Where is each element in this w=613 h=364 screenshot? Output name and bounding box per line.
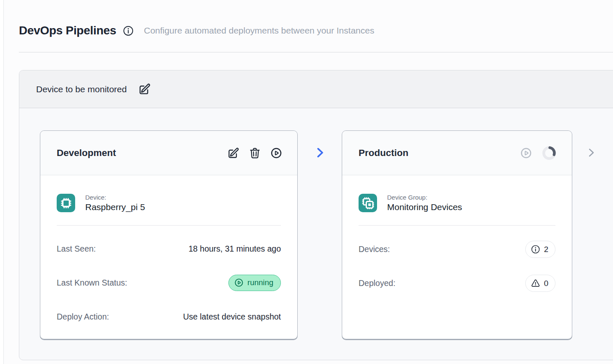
chip-group-icon — [359, 194, 377, 212]
deployed-count: 0 — [544, 279, 548, 288]
pipeline-panel: Device to be monitored Development — [19, 70, 613, 360]
deployed-label: Deployed: — [359, 278, 396, 288]
chip-icon — [57, 194, 75, 212]
chevron-right-icon-active — [314, 146, 326, 159]
next-stage-connector — [572, 130, 610, 175]
pipeline-name: Device to be monitored — [36, 84, 127, 94]
status-badge: running — [228, 275, 281, 291]
stage-title: Production — [359, 148, 409, 159]
last-seen-row: Last Seen: 18 hours, 31 minutes ago — [57, 244, 281, 254]
page-header: DevOps Pipelines Configure automated dep… — [19, 24, 613, 37]
devices-row: Devices: 2 — [359, 241, 555, 258]
loading-spinner-icon — [542, 146, 557, 161]
device-info: Device: Raspberry_pi 5 — [85, 194, 145, 212]
page-subtitle: Configure automated deployments between … — [144, 26, 375, 36]
page-title: DevOps Pipelines — [19, 24, 116, 37]
pipeline-stages: Development — [19, 108, 613, 339]
pipeline-panel-header: Device to be monitored — [19, 70, 613, 108]
development-actions — [228, 147, 282, 159]
device-group-row: Device Group: Monitoring Devices — [359, 194, 555, 212]
device-group-name: Monitoring Devices — [387, 202, 462, 212]
status-row: Last Known Status: running — [57, 275, 281, 291]
stage-card-development: Development — [40, 130, 298, 339]
run-stage-icon[interactable] — [270, 147, 282, 159]
status-value: running — [247, 278, 273, 287]
deploy-action-value: Use latest device snapshot — [183, 312, 281, 322]
devices-count-badge[interactable]: 2 — [525, 241, 555, 258]
header-divider — [19, 52, 613, 52]
device-row: Device: Raspberry_pi 5 — [57, 194, 281, 212]
device-name: Raspberry_pi 5 — [85, 202, 145, 212]
devices-count: 2 — [544, 245, 548, 254]
device-group-label: Device Group: — [387, 194, 462, 201]
device-label: Device: — [85, 194, 145, 201]
production-actions — [520, 146, 557, 161]
devices-label: Devices: — [359, 244, 390, 254]
status-label: Last Known Status: — [57, 278, 127, 288]
device-group-info: Device Group: Monitoring Devices — [387, 194, 462, 212]
card-divider — [359, 225, 555, 226]
production-card-header: Production — [342, 131, 572, 175]
delete-stage-icon[interactable] — [249, 147, 261, 159]
deploy-action-label: Deploy Action: — [57, 312, 109, 322]
stage-flow-connector — [298, 130, 342, 175]
edit-stage-icon[interactable] — [228, 147, 239, 159]
chevron-right-icon-inactive — [586, 147, 597, 158]
last-seen-value: 18 hours, 31 minutes ago — [189, 244, 281, 254]
stage-card-production: Production — [342, 130, 572, 339]
development-card-body: Device: Raspberry_pi 5 Last Seen: 18 hou… — [40, 175, 297, 322]
deploy-action-row: Deploy Action: Use latest device snapsho… — [57, 312, 281, 322]
production-card-body: Device Group: Monitoring Devices Devices… — [342, 175, 572, 292]
stage-title: Development — [57, 148, 116, 159]
devops-pipelines-page: DevOps Pipelines Configure automated dep… — [4, 0, 613, 364]
card-divider — [57, 225, 281, 226]
deployed-count-badge[interactable]: 0 — [525, 275, 555, 292]
edit-pipeline-icon[interactable] — [139, 83, 151, 95]
deployed-row: Deployed: 0 — [359, 275, 555, 292]
run-stage-icon-disabled[interactable] — [520, 147, 532, 159]
last-seen-label: Last Seen: — [57, 244, 96, 254]
development-card-header: Development — [40, 131, 297, 175]
info-icon[interactable] — [123, 25, 134, 36]
